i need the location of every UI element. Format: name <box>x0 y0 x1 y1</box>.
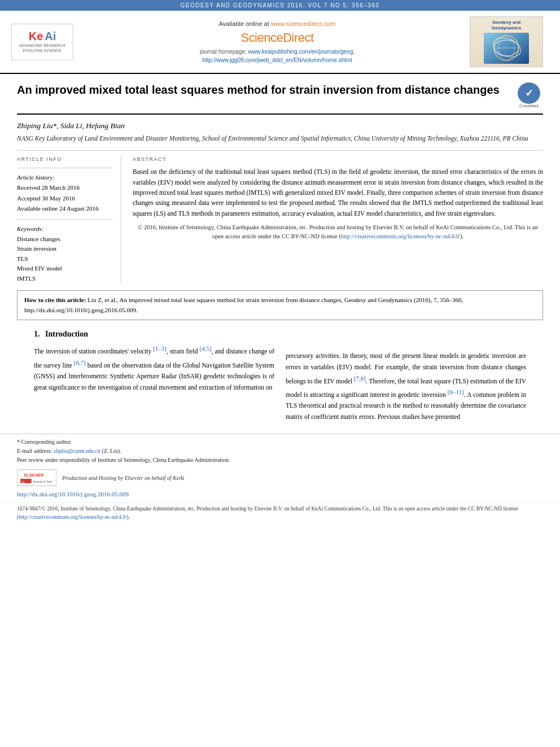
section-1-number: 1. <box>34 330 40 338</box>
available-online-date: Available online 24 August 2016 <box>17 204 112 213</box>
cover-svg <box>484 33 529 64</box>
citation-box: How to cite this article: Liu Z, et al.,… <box>17 290 543 320</box>
elsevier-text: Production and Hosting by Elsevier on be… <box>62 475 184 481</box>
abstract-text: Based on the deficiency of the tradition… <box>133 167 543 219</box>
svg-text:Science & Tech: Science & Tech <box>33 480 53 483</box>
ref-4-5[interactable]: [4,5] <box>200 345 212 352</box>
keai-logo: Ke Ai ADVANCING RESEARCH EVOLVING SCIENC… <box>11 24 73 60</box>
logo-top-row: Ke Ai <box>29 30 56 42</box>
crossmark-icon: ✓ <box>518 82 540 104</box>
keyword-5: IMTLS <box>17 274 112 283</box>
svg-text:📚: 📚 <box>21 479 25 484</box>
keyword-4: Mixed EIV model <box>17 264 112 273</box>
section-1-title: 1. Introduction <box>34 330 274 339</box>
journal-homepage-label: journal homepage: <box>200 49 247 55</box>
logo-ai: Ai <box>45 30 56 42</box>
available-online-text: Available online at www.sciencedirect.co… <box>219 19 336 28</box>
citation-text: Liu Z, et al., An improved mixed total l… <box>24 296 463 313</box>
elsevier-logo-svg: ELSEVIER 📚 Science & Tech <box>19 470 55 486</box>
ref-8-11[interactable]: [8–11] <box>448 388 464 395</box>
copyright-body: © 2016, Institute of Seismology, China E… <box>138 224 537 239</box>
svg-point-2 <box>498 36 514 60</box>
divider-2 <box>17 219 112 220</box>
journal-header-text: GEODESY AND GEODYNAMICS 2016, VOL 7 NO 5… <box>180 2 379 8</box>
history-label: Article history: <box>17 174 112 181</box>
body-content: 1. Introduction The inversion of station… <box>17 327 543 422</box>
affiliation: NASG Key Laboratory of Land Environment … <box>17 134 543 143</box>
journal-url-2[interactable]: http://www.jgg09.com/jweb_ddcl_en/EN/vol… <box>202 57 352 63</box>
sciencedirect-title: ScienceDirect <box>240 30 313 45</box>
ref-6-7[interactable]: [6,7] <box>74 359 86 366</box>
received-date: Received 28 March 2016 <box>17 183 112 193</box>
journal-cover-image <box>484 33 529 64</box>
elsevier-logo: ELSEVIER 📚 Science & Tech <box>17 469 56 486</box>
corresponding-label: * Corresponding author. <box>17 439 72 445</box>
doi-link-area: http://dx.doi.org/10.1016/j.geog.2016.05… <box>0 486 560 500</box>
keai-logo-area: Ke Ai ADVANCING RESEARCH EVOLVING SCIENC… <box>11 16 85 67</box>
how-to-cite-label: How to cite this article: <box>24 296 86 303</box>
logo-ke: Ke <box>29 30 43 42</box>
authors-text: Zhiping Liu*, Sida Li, Hefang Bian <box>17 121 125 130</box>
svg-point-1 <box>494 40 519 56</box>
right-col-body: precursory activities. In theory, most o… <box>286 351 526 422</box>
footnote-corresponding: * Corresponding author. <box>17 438 543 447</box>
abstract-label: ABSTRACT <box>133 156 543 162</box>
section-1-body: The inversion of station coordinates' ve… <box>34 343 274 393</box>
footnotes: * Corresponding author. E-mail address: … <box>0 434 560 465</box>
journal-links: journal homepage: www.keaipublishing.com… <box>200 47 355 64</box>
journal-header-bar: GEODESY AND GEODYNAMICS 2016, VOL 7 NO 5… <box>0 0 560 11</box>
keai-tagline: ADVANCING RESEARCH EVOLVING SCIENCE <box>19 43 65 53</box>
crossmark-label: CrossMark <box>519 104 539 108</box>
article-info-label: ARTICLE INFO <box>17 156 112 162</box>
svg-rect-0 <box>484 33 529 64</box>
elsevier-row: ELSEVIER 📚 Science & Tech Production and… <box>0 469 560 486</box>
ref-7-8[interactable]: [7,8] <box>354 375 366 382</box>
body-left-column: 1. Introduction The inversion of station… <box>34 327 274 422</box>
doi-link[interactable]: http://dx.doi.org/10.1016/j.geog.2016.05… <box>17 491 129 497</box>
bottom-copyright-link[interactable]: http://creativecommons.org/licenses/by-n… <box>19 514 126 520</box>
keyword-1: Distance changes <box>17 234 112 244</box>
paper-content: An improved mixed total least squares me… <box>0 74 560 422</box>
article-info-column: ARTICLE INFO Article history: Received 2… <box>17 156 121 283</box>
title-row: An improved mixed total least squares me… <box>17 82 543 115</box>
ref-1-3[interactable]: [1–3] <box>153 345 167 352</box>
footnote-email: E-mail address: zhpliu@cumt.edu.cn (Z. L… <box>17 447 543 456</box>
bottom-copyright: 1674-9847/© 2016, Institute of Seismolog… <box>0 503 560 527</box>
body-right-column: precursory activities. In theory, most o… <box>286 327 526 422</box>
footnote-peer-review: Peer review under responsibility of Inst… <box>17 456 543 465</box>
svg-point-4 <box>494 36 519 60</box>
keywords-label: Keywords: <box>17 225 112 232</box>
authors-line: Zhiping Liu*, Sida Li, Hefang Bian <box>17 121 543 130</box>
abstract-column: ABSTRACT Based on the deficiency of the … <box>133 156 543 283</box>
page-header: Ke Ai ADVANCING RESEARCH EVOLVING SCIENC… <box>0 11 560 74</box>
journal-cover-title: Geodesy andGeodynamics <box>492 20 521 30</box>
keyword-3: TLS <box>17 254 112 264</box>
bottom-copyright-text: 1674-9847/© 2016, Institute of Seismolog… <box>17 506 518 519</box>
divider-1 <box>17 168 112 168</box>
keyword-2: Strain inversion <box>17 244 112 254</box>
accepted-date: Accepted 30 May 2016 <box>17 194 112 203</box>
article-info-abstract: ARTICLE INFO Article history: Received 2… <box>17 150 543 283</box>
journal-cover-area: Geodesy andGeodynamics <box>470 16 549 67</box>
email-link[interactable]: zhpliu@cumt.edu.cn <box>54 448 100 454</box>
paper-title: An improved mixed total least squares me… <box>17 82 506 97</box>
section-1-heading: Introduction <box>45 330 88 338</box>
header-center: Available online at www.sciencedirect.co… <box>90 16 464 67</box>
copyright-text: © 2016, Institute of Seismology, China E… <box>133 223 543 241</box>
sciencedirect-url-link[interactable]: www.sciencedirect.com <box>271 20 335 27</box>
journal-cover: Geodesy andGeodynamics <box>470 16 543 67</box>
svg-text:ELSEVIER: ELSEVIER <box>24 473 43 477</box>
journal-url-1[interactable]: www.keaipublishing.com/en/journals/geog <box>248 49 353 55</box>
copyright-link[interactable]: http://creativecommons.org/licenses/by-n… <box>341 233 461 239</box>
available-label: Available online at <box>219 20 269 27</box>
crossmark-badge[interactable]: ✓ CrossMark <box>515 82 543 108</box>
